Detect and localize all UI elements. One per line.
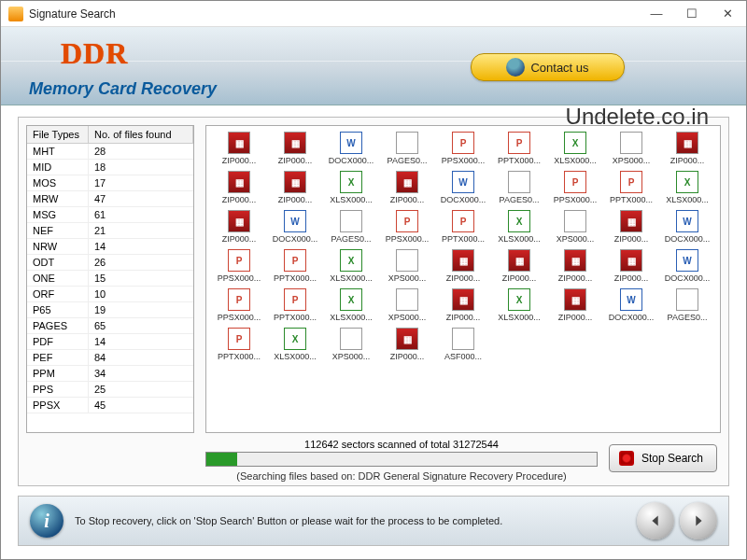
table-row[interactable]: MOS17 — [27, 175, 193, 191]
file-item[interactable]: XXLSX000... — [324, 288, 378, 322]
table-row[interactable]: PPS25 — [27, 382, 193, 398]
table-row[interactable]: PDF14 — [27, 334, 193, 350]
col-file-types[interactable]: File Types — [27, 126, 89, 143]
file-item[interactable]: WDOCX000... — [660, 210, 714, 244]
file-item[interactable]: ▦ZIP000... — [212, 210, 266, 244]
content-panel: File Types No. of files found MHT28MID18… — [18, 117, 729, 486]
file-item[interactable]: XXLSX000... — [324, 171, 378, 204]
file-item[interactable]: WDOCX000... — [604, 288, 658, 322]
files-pane[interactable]: ▦ZIP000...▦ZIP000...WDOCX000...PAGES0...… — [205, 125, 721, 433]
file-item[interactable]: XXLSX000... — [492, 288, 546, 322]
table-row[interactable]: MID18 — [27, 160, 193, 175]
file-item[interactable]: WDOCX000... — [324, 132, 378, 165]
file-item[interactable]: ▦ZIP000... — [380, 328, 434, 361]
file-item[interactable]: WDOCX000... — [436, 171, 490, 204]
file-item[interactable]: ▦ZIP000... — [548, 288, 602, 322]
file-icon-ppt: P — [396, 210, 418, 232]
file-item[interactable]: PPPTX000... — [268, 249, 322, 283]
file-item[interactable]: ▦ZIP000... — [436, 249, 490, 283]
file-icon-blank — [396, 288, 418, 311]
file-name: ZIP000... — [558, 273, 593, 283]
table-row[interactable]: MHT28 — [27, 144, 193, 160]
file-item[interactable]: PPPTX000... — [436, 210, 490, 244]
close-button[interactable]: ✕ — [716, 5, 739, 23]
file-item[interactable]: PPPTX000... — [268, 288, 322, 322]
file-item[interactable]: XPS000... — [324, 328, 378, 361]
file-item[interactable]: XPS000... — [604, 132, 658, 165]
cell-type: MRW — [27, 191, 89, 206]
cell-count: 14 — [89, 239, 193, 254]
file-item[interactable]: PPPSX000... — [436, 132, 490, 165]
forward-button[interactable] — [680, 502, 717, 539]
file-item[interactable]: ▦ZIP000... — [492, 249, 546, 283]
file-item[interactable]: XXLSX000... — [324, 249, 378, 283]
file-icon-blank — [676, 288, 698, 311]
file-name: PPTX000... — [610, 195, 653, 204]
file-item[interactable]: XPS000... — [380, 288, 434, 322]
stop-label: Stop Search — [641, 452, 703, 465]
file-name: ZIP000... — [614, 273, 649, 283]
file-item[interactable]: ▦ZIP000... — [660, 132, 714, 165]
file-item[interactable]: XPS000... — [548, 210, 602, 244]
table-row[interactable]: MRW47 — [27, 191, 193, 207]
file-item[interactable]: ▦ZIP000... — [604, 249, 658, 283]
table-row[interactable]: PPM34 — [27, 366, 193, 382]
file-item[interactable]: ▦ZIP000... — [380, 171, 434, 204]
file-item[interactable]: PAGES0... — [380, 132, 434, 165]
file-item[interactable]: PAGES0... — [492, 171, 546, 204]
contact-button[interactable]: Contact us — [471, 53, 625, 81]
back-button[interactable] — [637, 502, 674, 539]
minimize-button[interactable]: — — [645, 5, 668, 23]
file-item[interactable]: XXLSX000... — [492, 210, 546, 244]
col-files-found[interactable]: No. of files found — [89, 126, 193, 143]
cell-count: 65 — [89, 318, 193, 333]
file-item[interactable]: ▦ZIP000... — [548, 249, 602, 283]
file-icon-doc: W — [340, 132, 362, 154]
table-row[interactable]: ONE15 — [27, 271, 193, 287]
file-item[interactable]: PPPTX000... — [604, 171, 658, 204]
file-name: XPS000... — [332, 352, 371, 361]
file-item[interactable]: WDOCX000... — [268, 210, 322, 244]
file-item[interactable]: PPPSX000... — [212, 288, 266, 322]
cell-count: 10 — [89, 287, 193, 301]
file-item[interactable]: XXLSX000... — [660, 171, 714, 204]
table-row[interactable]: ORF10 — [27, 287, 193, 302]
file-item[interactable]: ▦ZIP000... — [268, 132, 322, 165]
cell-count: 17 — [89, 175, 193, 190]
table-row[interactable]: PEF84 — [27, 350, 193, 366]
file-item[interactable]: PPPSX000... — [380, 210, 434, 244]
table-row[interactable]: P6519 — [27, 302, 193, 318]
file-icon-zip: ▦ — [284, 171, 306, 193]
contact-label: Contact us — [530, 61, 588, 75]
file-item[interactable]: PPPTX000... — [212, 328, 266, 361]
table-row[interactable]: NEF21 — [27, 223, 193, 239]
file-item[interactable]: ▦ZIP000... — [212, 132, 266, 165]
file-item[interactable]: PPPSX000... — [212, 249, 266, 283]
file-item[interactable]: XPS000... — [380, 249, 434, 283]
file-item[interactable]: XXLSX000... — [548, 132, 602, 165]
cell-type: MSG — [27, 207, 89, 222]
table-row[interactable]: PPSX45 — [27, 398, 193, 413]
file-item[interactable]: ▦ZIP000... — [212, 171, 266, 204]
table-row[interactable]: ODT26 — [27, 255, 193, 271]
file-item[interactable]: PAGES0... — [660, 288, 714, 322]
table-row[interactable]: PAGES65 — [27, 318, 193, 334]
file-name: ZIP000... — [670, 156, 705, 165]
table-row[interactable]: MSG61 — [27, 207, 193, 223]
cell-count: 47 — [89, 191, 193, 206]
stop-search-button[interactable]: Stop Search — [609, 444, 717, 472]
file-item[interactable]: WDOCX000... — [660, 249, 714, 283]
file-item[interactable]: PPPSX000... — [548, 171, 602, 204]
file-item[interactable]: XXLSX000... — [268, 328, 322, 361]
file-icon-xls: X — [564, 132, 586, 154]
file-item[interactable]: ▦ZIP000... — [604, 210, 658, 244]
scan-status-text: 112642 sectors scanned of total 31272544 — [205, 439, 598, 450]
file-types-body[interactable]: MHT28MID18MOS17MRW47MSG61NEF21NRW14ODT26… — [27, 144, 193, 429]
file-item[interactable]: ▦ZIP000... — [268, 171, 322, 204]
file-item[interactable]: ASF000... — [436, 328, 490, 361]
file-item[interactable]: ▦ZIP000... — [436, 288, 490, 322]
maximize-button[interactable]: ☐ — [681, 5, 703, 23]
table-row[interactable]: NRW14 — [27, 239, 193, 255]
file-item[interactable]: PAGES0... — [324, 210, 378, 244]
file-item[interactable]: PPPTX000... — [492, 132, 546, 165]
